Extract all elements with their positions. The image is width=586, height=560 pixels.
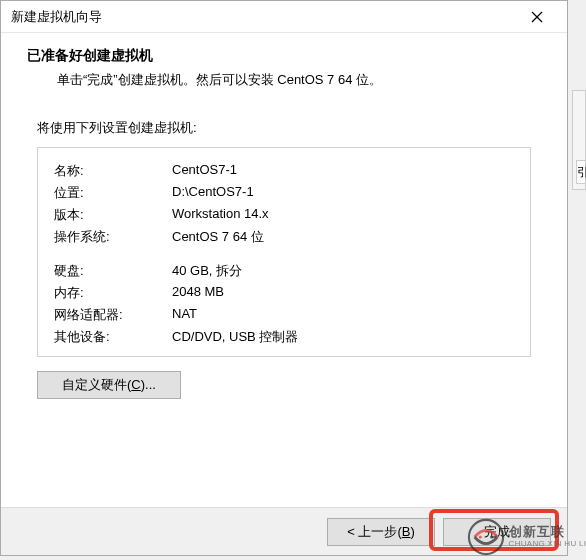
row-network: 网络适配器: NAT [54,304,514,326]
value-name: CentOS7-1 [172,162,237,180]
footer-bar: < 上一步(B) 完成 [1,507,567,555]
label-other: 其他设备: [54,328,172,346]
header-title: 已准备好创建虚拟机 [27,47,541,65]
side-key-fragment: 引 [576,160,586,184]
value-version: Workstation 14.x [172,206,269,224]
window-title: 新建虚拟机向导 [11,8,102,26]
row-disk: 硬盘: 40 GB, 拆分 [54,260,514,282]
row-version: 版本: Workstation 14.x [54,204,514,226]
label-network: 网络适配器: [54,306,172,324]
row-other: 其他设备: CD/DVD, USB 控制器 [54,326,514,348]
customize-hardware-label: 自定义硬件(C)... [62,377,156,392]
label-version: 版本: [54,206,172,224]
finish-button[interactable]: 完成 [443,518,551,546]
label-memory: 内存: [54,284,172,302]
row-memory: 内存: 2048 MB [54,282,514,304]
close-icon [531,11,543,23]
titlebar: 新建虚拟机向导 [1,1,567,33]
value-disk: 40 GB, 拆分 [172,262,242,280]
back-button-label: < 上一步(B) [347,524,415,539]
value-location: D:\CentOS7-1 [172,184,254,202]
label-disk: 硬盘: [54,262,172,280]
close-button[interactable] [517,3,557,31]
label-name: 名称: [54,162,172,180]
label-location: 位置: [54,184,172,202]
finish-button-label: 完成 [484,524,510,539]
settings-intro-label: 将使用下列设置创建虚拟机: [37,119,531,137]
header-section: 已准备好创建虚拟机 单击“完成”创建虚拟机。然后可以安装 CentOS 7 64… [1,33,567,99]
dialog-window: 新建虚拟机向导 已准备好创建虚拟机 单击“完成”创建虚拟机。然后可以安装 Cen… [0,0,568,556]
value-memory: 2048 MB [172,284,224,302]
value-os: CentOS 7 64 位 [172,228,264,246]
value-other: CD/DVD, USB 控制器 [172,328,298,346]
value-network: NAT [172,306,197,324]
row-location: 位置: D:\CentOS7-1 [54,182,514,204]
row-name: 名称: CentOS7-1 [54,160,514,182]
customize-hardware-button[interactable]: 自定义硬件(C)... [37,371,181,399]
header-subtitle: 单击“完成”创建虚拟机。然后可以安装 CentOS 7 64 位。 [27,71,541,89]
row-os: 操作系统: CentOS 7 64 位 [54,226,514,248]
label-os: 操作系统: [54,228,172,246]
body-section: 将使用下列设置创建虚拟机: 名称: CentOS7-1 位置: D:\CentO… [1,99,567,399]
settings-summary-box: 名称: CentOS7-1 位置: D:\CentOS7-1 版本: Works… [37,147,531,357]
back-button[interactable]: < 上一步(B) [327,518,435,546]
